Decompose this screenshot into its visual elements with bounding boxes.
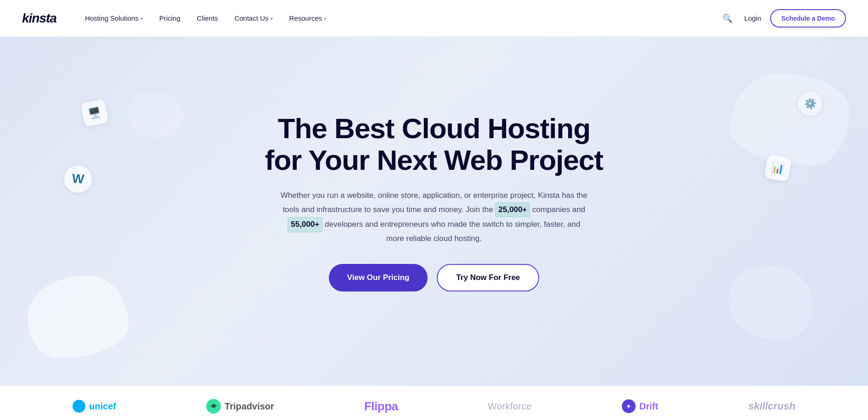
stat2-badge: 55,000+ bbox=[287, 217, 322, 232]
logos-bar: 🌐 unicef 👁 Tripadvisor Flippa Workforce … bbox=[0, 386, 868, 420]
login-link[interactable]: Login bbox=[744, 14, 761, 22]
navbar: kinsta Hosting Solutions ▾ Pricing Clien… bbox=[0, 0, 868, 37]
chevron-down-icon: ▾ bbox=[324, 16, 326, 21]
search-icon: 🔍 bbox=[722, 14, 733, 23]
chevron-down-icon: ▾ bbox=[141, 16, 143, 21]
workforce-logo: Workforce bbox=[488, 401, 532, 412]
schedule-demo-button[interactable]: Schedule a Demo bbox=[770, 9, 846, 28]
unicef-logo: 🌐 unicef bbox=[73, 400, 116, 413]
view-pricing-button[interactable]: View Our Pricing bbox=[329, 264, 428, 291]
pie-chart-icon: 📊 bbox=[764, 154, 792, 182]
nav-item-clients[interactable]: Clients bbox=[191, 11, 225, 26]
tripadvisor-icon: 👁 bbox=[206, 399, 221, 414]
nav-item-hosting-solutions[interactable]: Hosting Solutions ▾ bbox=[79, 11, 149, 26]
hero-content: The Best Cloud Hosting for Your Next Web… bbox=[265, 112, 603, 319]
decorative-blob-2 bbox=[730, 73, 850, 165]
decorative-blob-1 bbox=[28, 275, 129, 358]
wordpress-icon: W bbox=[63, 164, 93, 194]
nav-item-resources[interactable]: Resources ▾ bbox=[283, 11, 333, 26]
unicef-icon: 🌐 bbox=[73, 400, 85, 413]
flippa-logo: Flippa bbox=[364, 399, 398, 414]
drift-logo: ✦ Drift bbox=[622, 399, 658, 413]
hero-buttons: View Our Pricing Try Now For Free bbox=[265, 264, 603, 291]
search-button[interactable]: 🔍 bbox=[720, 11, 735, 26]
decorative-blob-4 bbox=[129, 92, 184, 138]
nav-links: Hosting Solutions ▾ Pricing Clients Cont… bbox=[79, 11, 720, 26]
stat1-badge: 25,000+ bbox=[495, 202, 530, 218]
hero-title: The Best Cloud Hosting for Your Next Web… bbox=[265, 112, 603, 176]
drift-icon: ✦ bbox=[622, 399, 636, 413]
decorative-blob-3 bbox=[730, 266, 813, 340]
nav-item-pricing[interactable]: Pricing bbox=[153, 11, 187, 26]
nav-item-contact-us[interactable]: Contact Us ▾ bbox=[228, 11, 279, 26]
monitor-icon: 🖥️ bbox=[80, 99, 109, 127]
nav-right: 🔍 Login Schedule a Demo bbox=[720, 9, 846, 28]
try-free-button[interactable]: Try Now For Free bbox=[437, 264, 539, 291]
tripadvisor-logo: 👁 Tripadvisor bbox=[206, 399, 274, 414]
hero-section: 🖥️ W 📊 ⚙️ The Best Cloud Hosting for You… bbox=[0, 37, 868, 386]
skillcrush-logo: skillcrush bbox=[748, 400, 795, 412]
chevron-down-icon: ▾ bbox=[271, 16, 273, 21]
logo[interactable]: kinsta bbox=[22, 11, 56, 26]
hero-subtitle: Whether you run a website, online store,… bbox=[278, 189, 590, 246]
